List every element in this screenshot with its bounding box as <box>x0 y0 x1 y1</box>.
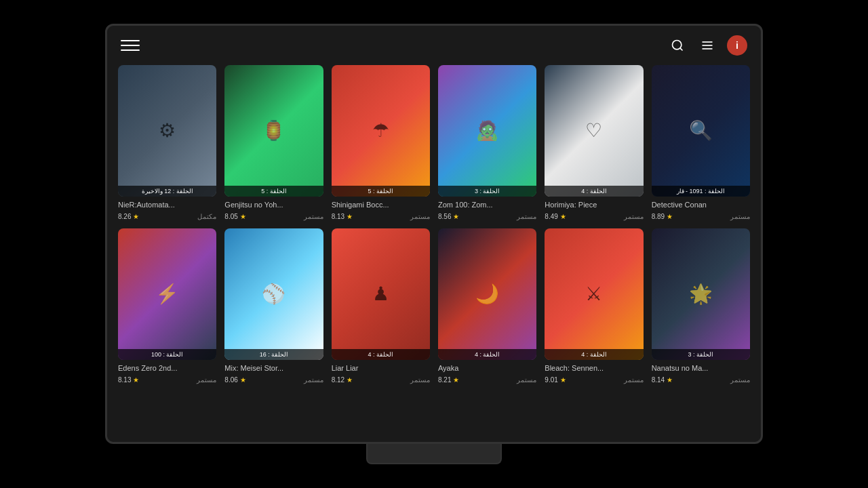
anime-title: Ayaka <box>438 364 536 372</box>
anime-status: مستمر <box>197 376 216 384</box>
anime-title: Nanatsu no Ma... <box>652 364 750 372</box>
poster-art: ⚡ <box>118 228 216 360</box>
poster-art: ⚾ <box>224 228 323 360</box>
anime-card[interactable]: ⚡ الحلقة : 100 Edens Zero 2nd... مستمر ★… <box>118 228 216 384</box>
anime-poster: 🧟 الحلقة : 3 <box>438 65 536 197</box>
rating-value: 8.89 <box>652 213 665 220</box>
star-icon: ★ <box>347 213 353 220</box>
star-icon: ★ <box>560 376 566 384</box>
anime-meta: مستمر ★ 8.13 <box>118 376 216 384</box>
anime-status: مكتمل <box>197 213 216 220</box>
anime-poster: ☂ الحلقة : 5 <box>332 65 430 197</box>
anime-card[interactable]: 🏮 الحلقة : 5 Genjitsu no Yoh... مستمر ★ … <box>224 65 323 220</box>
episode-badge: الحلقة : 1091 - قار <box>652 186 750 197</box>
anime-title: Edens Zero 2nd... <box>118 364 216 372</box>
rating-value: 8.13 <box>118 376 131 384</box>
anime-card[interactable]: 🔍 الحلقة : 1091 - قار Detective Conan مس… <box>652 65 750 220</box>
anime-card[interactable]: 🌙 الحلقة : 4 Ayaka مستمر ★ 8.21 <box>438 228 536 384</box>
info-button[interactable]: i <box>727 35 747 56</box>
content-area: ⚙ الحلقة : 12 والاخيرة NieR:Automata... … <box>107 65 761 442</box>
anime-status: مستمر <box>304 213 323 220</box>
anime-card[interactable]: ♡ الحلقة : 4 Horimiya: Piece مستمر ★ 8.4… <box>545 65 643 220</box>
poster-art: 🧟 <box>438 65 536 197</box>
anime-meta: مستمر ★ 8.05 <box>224 213 323 220</box>
episode-badge: الحلقة : 100 <box>118 349 216 360</box>
rating-value: 8.49 <box>545 213 557 220</box>
rating-value: 8.26 <box>118 213 131 220</box>
anime-rating: ★ 8.26 <box>118 213 139 220</box>
anime-title: Detective Conan <box>652 201 750 209</box>
anime-grid: ⚙ الحلقة : 12 والاخيرة NieR:Automata... … <box>118 65 750 384</box>
svg-point-0 <box>673 41 682 49</box>
episode-badge: الحلقة : 16 <box>224 349 323 360</box>
anime-meta: مستمر ★ 8.12 <box>332 376 430 384</box>
rating-value: 9.01 <box>545 376 557 384</box>
header-left <box>121 36 149 55</box>
star-icon: ★ <box>133 213 139 220</box>
anime-meta: مستمر ★ 8.14 <box>652 376 750 384</box>
anime-title: Horimiya: Piece <box>545 201 643 209</box>
anime-status: مستمر <box>304 376 323 384</box>
episode-badge: الحلقة : 4 <box>332 349 430 360</box>
anime-rating: ★ 8.12 <box>332 376 353 384</box>
anime-status: مستمر <box>730 376 750 384</box>
header-right: i <box>667 35 747 56</box>
anime-rating: ★ 8.14 <box>652 376 673 384</box>
anime-rating: ★ 8.13 <box>118 376 139 384</box>
anime-rating: ★ 8.56 <box>438 213 459 220</box>
anime-poster: 🔍 الحلقة : 1091 - قار <box>652 65 750 197</box>
anime-rating: ★ 8.21 <box>438 376 459 384</box>
svg-line-1 <box>680 48 683 51</box>
anime-status: مستمر <box>624 213 644 220</box>
menu-button[interactable] <box>121 36 140 55</box>
anime-meta: مستمر ★ 9.01 <box>545 376 643 384</box>
anime-rating: ★ 9.01 <box>545 376 566 384</box>
anime-card[interactable]: ♟ الحلقة : 4 Liar Liar مستمر ★ 8.12 <box>332 228 430 384</box>
anime-poster: 🏮 الحلقة : 5 <box>224 65 323 197</box>
anime-card[interactable]: ⚾ الحلقة : 16 Mix: Meisei Stor... مستمر … <box>224 228 323 384</box>
poster-art: ⚔ <box>545 228 643 360</box>
anime-rating: ★ 8.05 <box>224 213 245 220</box>
poster-art: ♟ <box>332 228 430 360</box>
episode-badge: الحلقة : 4 <box>438 349 536 360</box>
anime-poster: ♡ الحلقة : 4 <box>545 65 643 197</box>
anime-poster: ⚔ الحلقة : 4 <box>545 228 643 360</box>
anime-meta: مستمر ★ 8.21 <box>438 376 536 384</box>
poster-art: 🌟 <box>652 228 750 360</box>
poster-art: ⚙ <box>118 65 216 197</box>
poster-art: ☂ <box>332 65 430 197</box>
anime-rating: ★ 8.89 <box>652 213 673 220</box>
star-icon: ★ <box>347 376 353 384</box>
anime-rating: ★ 8.49 <box>545 213 566 220</box>
anime-status: مستمر <box>624 376 644 384</box>
anime-status: مستمر <box>517 213 536 220</box>
search-button[interactable] <box>667 35 688 56</box>
star-icon: ★ <box>667 376 673 384</box>
rating-value: 8.06 <box>224 376 237 384</box>
anime-rating: ★ 8.13 <box>332 213 353 220</box>
anime-status: مستمر <box>517 376 536 384</box>
poster-art: 🌙 <box>438 228 536 360</box>
anime-title: Mix: Meisei Stor... <box>224 364 323 372</box>
star-icon: ★ <box>453 213 459 220</box>
anime-poster: 🌙 الحلقة : 4 <box>438 228 536 360</box>
episode-badge: الحلقة : 3 <box>438 186 536 197</box>
anime-status: مستمر <box>730 213 750 220</box>
rating-value: 8.21 <box>438 376 451 384</box>
rating-value: 8.14 <box>652 376 665 384</box>
anime-meta: مستمر ★ 8.13 <box>332 213 430 220</box>
anime-card[interactable]: ⚔ الحلقة : 4 Bleach: Sennen... مستمر ★ 9… <box>545 228 643 384</box>
star-icon: ★ <box>133 376 139 384</box>
anime-poster: ⚙ الحلقة : 12 والاخيرة <box>118 65 216 197</box>
anime-card[interactable]: 🧟 الحلقة : 3 Zom 100: Zom... مستمر ★ 8.5… <box>438 65 536 220</box>
anime-title: Zom 100: Zom... <box>438 201 536 209</box>
episode-badge: الحلقة : 12 والاخيرة <box>118 186 216 197</box>
anime-poster: ⚾ الحلقة : 16 <box>224 228 323 360</box>
anime-meta: مستمر ★ 8.06 <box>224 376 323 384</box>
list-button[interactable] <box>697 35 717 56</box>
tv-stand <box>366 444 502 464</box>
anime-card[interactable]: ⚙ الحلقة : 12 والاخيرة NieR:Automata... … <box>118 65 216 220</box>
anime-card[interactable]: 🌟 الحلقة : 3 Nanatsu no Ma... مستمر ★ 8.… <box>652 228 750 384</box>
anime-card[interactable]: ☂ الحلقة : 5 Shinigami Bocc... مستمر ★ 8… <box>332 65 430 220</box>
star-icon: ★ <box>667 213 673 220</box>
